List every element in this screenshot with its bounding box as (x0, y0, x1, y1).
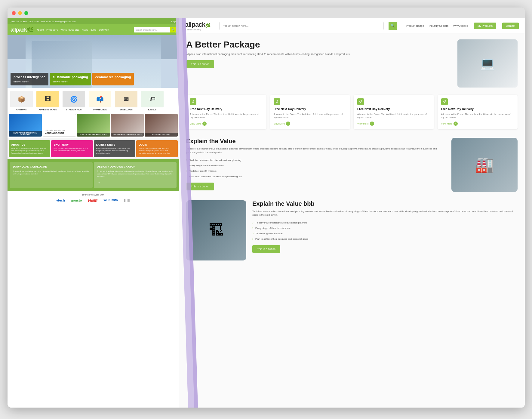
feature-card-1-desc: A tremor in the Force. The last time I f… (190, 112, 263, 119)
cta-about-us[interactable]: ABOUT US Read about what sets us apart a… (9, 140, 50, 157)
catalogue-download-title: DOWNLOAD CATALOGUE (13, 165, 90, 168)
feature-card-3-desc: A tremor in the Force. The last time I f… (357, 112, 430, 119)
category-cartons[interactable]: 📦 CARTONS (9, 91, 34, 111)
category-labels[interactable]: 🏷 LABELS (140, 91, 165, 111)
explain-item-2-3: To deliver growth mindset (252, 231, 518, 236)
hero-cards: process intelligence discover more » sus… (8, 73, 137, 88)
explain-cta-2[interactable]: This is a button (252, 245, 280, 253)
search-button[interactable]: 🔍 (170, 27, 176, 32)
catalogue-download[interactable]: DOWNLOAD CATALOGUE Browse all our produc… (10, 162, 93, 188)
contact-button[interactable]: Contact (502, 23, 519, 29)
catalogue-section: DOWNLOAD CATALOGUE Browse all our produc… (8, 159, 179, 191)
brand-other: ||| ||| (124, 199, 131, 202)
explain-desc-2: To deliver a comprehensive educational p… (252, 210, 518, 217)
topbar-phone: Questions? Call us: 01242 396 150 or Ema… (10, 20, 76, 23)
right-search-button[interactable]: 🔍 (389, 22, 397, 30)
topbar-login[interactable]: Login (171, 20, 177, 23)
envelopes-image: ✉ (115, 91, 137, 107)
banner-plastic-tax[interactable]: PLASTIC PACKAGING TAX 2022 (77, 114, 110, 137)
adhesive-tapes-label: ADHESIVE TAPES (38, 109, 57, 111)
explain-image-2: 🏗 (186, 200, 246, 260)
nav-item-news[interactable]: NEWS (82, 29, 88, 31)
nav-product-range[interactable]: Product Range (406, 24, 424, 27)
nav-item-about[interactable]: ABOUT (37, 29, 44, 31)
right-logo: allpack🌿 (185, 21, 210, 29)
hero-card-sustainable: sustainable packaging discover more » (50, 73, 91, 85)
right-content: A Better Package Allpack is an internati… (179, 33, 525, 408)
explain-item-2-1: To deliver a comprehensive educational p… (252, 220, 518, 225)
feature-card-2-link[interactable]: View More › (274, 122, 347, 126)
cta-about-title: ABOUT US (11, 143, 48, 146)
labels-image: 🏷 (141, 91, 164, 107)
right-panel: allpack🌿 a balter company 🔍 Product Rang… (179, 18, 525, 408)
explain-cta-1[interactable]: This is a button (186, 183, 214, 190)
nav-item-warehouse[interactable]: WAREHOUSE ENG (60, 29, 79, 31)
cta-about-desc: Read about what sets us apart and how we… (11, 147, 48, 154)
cta-shop-now[interactable]: SHOP NOW Find thousands of packaging pro… (51, 140, 93, 157)
cta-login-desc: Login to your account to see all of your… (139, 147, 175, 154)
nav-industry-sectors[interactable]: Industry Sectors (429, 24, 448, 27)
banner-vegan-packaging[interactable]: VEGAN PACKAGING (145, 114, 178, 137)
nav-item-blog[interactable]: BLOG (91, 29, 96, 31)
right-hero-cta[interactable]: This is a button (186, 60, 214, 68)
banner-knowledge-base[interactable]: PACKAGING KNOWLEDGE BASE (111, 114, 144, 137)
feature-card-1-link[interactable]: View More › (190, 122, 263, 126)
cta-latest-news[interactable]: LATEST NEWS Find out what we've been doi… (94, 140, 135, 157)
feature-card-4-title: Free Next Day Delivery (441, 107, 514, 111)
feature-card-3-link[interactable]: View More › (357, 122, 430, 126)
hero-card-ecommerce: ecommerce packaging (92, 73, 134, 85)
nav-item-products[interactable]: PRODUCTS (46, 29, 58, 31)
stretch-film-label: STRETCH FILM (66, 109, 81, 111)
cta-login[interactable]: LOGIN Login to your account to see all o… (136, 140, 178, 157)
cartons-image: 📦 (10, 91, 33, 107)
right-logo-sub: a balter company (185, 29, 201, 31)
banner-your-account[interactable]: LOG IN for special pricing YOUR ACCOUNT (43, 114, 76, 137)
maximize-button[interactable] (24, 11, 28, 15)
right-hero: A Better Package Allpack is an internati… (186, 39, 518, 88)
explain-section-1: Explain the Value To deliver a comprehen… (186, 138, 518, 192)
right-search-input[interactable] (219, 22, 384, 30)
my-products-button[interactable]: My Products (474, 23, 496, 29)
hero-card-sustainable-title: sustainable packaging (53, 75, 88, 79)
feature-card-4-icon: ↺ (441, 98, 448, 105)
catalogue-design-desc: Try out our brand new interactive carton… (97, 170, 174, 177)
explain-item-2-2: Every stage of their development (252, 225, 518, 231)
catalogue-download-arrow[interactable]: → (13, 177, 17, 182)
browser-titlebar (8, 8, 525, 18)
brands-section: Brands we work with vtech gousto H&M WH … (8, 191, 179, 205)
feature-card-2-title: Free Next Day Delivery (274, 107, 347, 111)
brand-hm: H&M (88, 198, 97, 203)
category-adhesive-tapes[interactable]: 🎞 ADHESIVE TAPES (35, 91, 60, 111)
left-topbar: Questions? Call us: 01242 396 150 or Ema… (8, 18, 179, 24)
stretch-film-image: 🌀 (63, 91, 85, 107)
catalogue-design-arrow[interactable]: → (97, 180, 101, 185)
feature-card-3-title: Free Next Day Delivery (357, 107, 430, 111)
explain-item-1-4: Plan to achieve their business and perso… (186, 174, 445, 179)
hero-img-placeholder: 💻 (457, 39, 518, 88)
feature-card-1: ↺ Free Next Day Delivery A tremor in the… (186, 95, 266, 129)
explain-title-1: Explain the Value (186, 138, 445, 145)
category-stretch-film[interactable]: 🌀 STRETCH FILM (61, 91, 87, 111)
feature-card-2-desc: A tremor in the Force. The last time I f… (274, 112, 347, 119)
close-button[interactable] (12, 11, 16, 15)
banner-plastic-label: PLASTIC PACKAGING TAX 2022 (77, 133, 110, 137)
feature-card-4-desc: A tremor in the Force. The last time I f… (441, 112, 514, 119)
search-placeholder: Search products here... (136, 29, 170, 31)
feature-card-3: ↺ Free Next Day Delivery A tremor in the… (354, 95, 434, 129)
banner-european-distribution[interactable]: EUROPEAN DISTRIBUTION NETWORK (9, 114, 42, 137)
minimize-button[interactable] (18, 11, 22, 15)
cta-shop-title: SHOP NOW (54, 143, 90, 146)
explain-item-1-2: Every stage of their development (186, 163, 445, 168)
left-nav: ABOUT PRODUCTS WAREHOUSE ENG NEWS BLOG C… (37, 29, 109, 31)
nav-why-allpack[interactable]: Why Allpack (453, 24, 468, 27)
category-envelopes[interactable]: ✉ ENVELOPES (113, 91, 139, 111)
nav-item-contact[interactable]: CONTACT (99, 29, 109, 31)
feature-card-3-icon: ↺ (357, 98, 364, 105)
catalogue-design[interactable]: DESIGN YOUR OWN CARTON Try out our brand… (94, 162, 177, 188)
envelopes-label: ENVELOPES (120, 109, 133, 111)
left-search-bar[interactable]: Search products here... 🔍 (134, 27, 176, 32)
feature-card-4-link[interactable]: View More › (441, 122, 514, 126)
cta-login-title: LOGIN (139, 143, 175, 146)
explain-image-1: 🏭 (451, 138, 518, 192)
category-protective[interactable]: 📫 PROTECTIVE (87, 91, 113, 111)
